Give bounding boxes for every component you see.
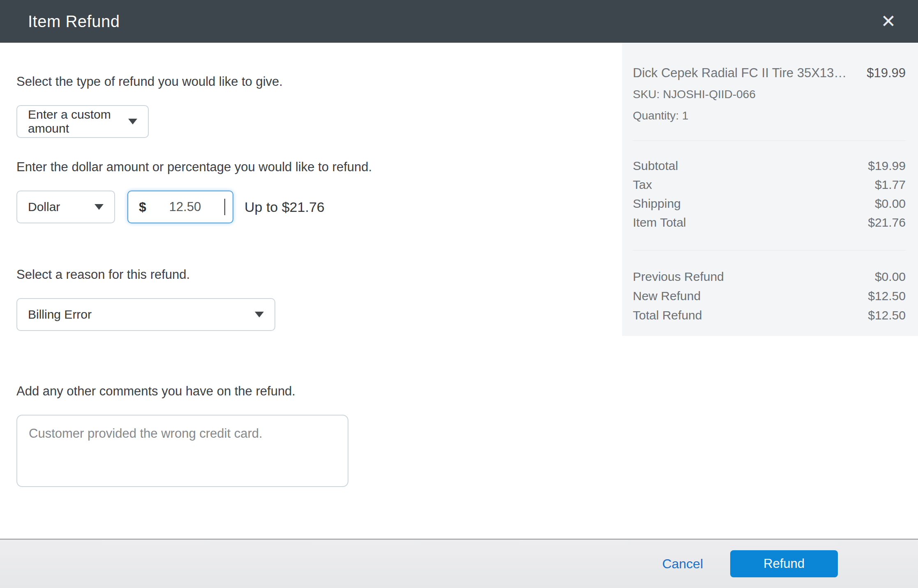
- summary-row-tax: Tax $1.77: [633, 175, 906, 194]
- product-sku: SKU: NJOSHI-QIID-066: [633, 88, 906, 101]
- row-value: $0.00: [875, 267, 906, 286]
- refund-button[interactable]: Refund: [730, 550, 838, 577]
- refund-type-value: Enter a custom amount: [28, 108, 122, 136]
- summary-row-total-refund: Total Refund $12.50: [633, 305, 906, 325]
- refund-form: Select the type of refund you would like…: [0, 43, 622, 539]
- row-value: $12.50: [868, 305, 906, 325]
- close-icon: ✕: [881, 12, 896, 30]
- item-refund-modal: Item Refund ✕ Select the type of refund …: [0, 0, 918, 588]
- page-title: Item Refund: [28, 12, 874, 31]
- row-label: Tax: [633, 175, 652, 194]
- order-summary: Dick Cepek Radial FC II Tire 35X13… $19.…: [622, 43, 918, 336]
- max-refund-hint: Up to $21.76: [244, 199, 325, 215]
- refund-type-label: Select the type of refund you would like…: [16, 74, 622, 90]
- row-label: Subtotal: [633, 156, 678, 175]
- summary-row-item-total: Item Total $21.76: [633, 213, 906, 232]
- row-value: $19.99: [868, 156, 906, 175]
- refunds-block: Previous Refund $0.00 New Refund $12.50 …: [633, 267, 906, 325]
- chevron-down-icon: [95, 204, 104, 210]
- summary-row-shipping: Shipping $0.00: [633, 194, 906, 213]
- comments-label: Add any other comments you have on the r…: [16, 384, 622, 399]
- chevron-down-icon: [255, 312, 264, 317]
- amount-row: Dollar $ Up to $21.76: [16, 191, 622, 223]
- amount-input[interactable]: [146, 200, 224, 214]
- comments-textarea[interactable]: Customer provided the wrong credit card.: [16, 415, 348, 487]
- close-button[interactable]: ✕: [874, 7, 903, 36]
- amount-unit-value: Dollar: [28, 200, 88, 214]
- row-label: Previous Refund: [633, 267, 724, 286]
- chevron-down-icon: [128, 119, 137, 124]
- cancel-button[interactable]: Cancel: [656, 552, 709, 576]
- amount-label: Enter the dollar amount or percentage yo…: [16, 159, 622, 175]
- totals-block: Subtotal $19.99 Tax $1.77 Shipping $0.00…: [633, 156, 906, 232]
- product-row: Dick Cepek Radial FC II Tire 35X13… $19.…: [633, 43, 906, 80]
- reason-label: Select a reason for this refund.: [16, 267, 622, 283]
- modal-body: Select the type of refund you would like…: [0, 43, 918, 539]
- row-label: Total Refund: [633, 305, 702, 325]
- product-quantity: Quantity: 1: [633, 109, 906, 122]
- summary-pane: Dick Cepek Radial FC II Tire 35X13… $19.…: [622, 43, 918, 539]
- divider: [633, 140, 906, 141]
- divider: [633, 250, 906, 250]
- text-cursor: [224, 199, 225, 215]
- row-label: New Refund: [633, 286, 701, 305]
- amount-input-container[interactable]: $: [127, 191, 233, 223]
- modal-header: Item Refund ✕: [0, 0, 918, 43]
- summary-row-new-refund: New Refund $12.50: [633, 286, 906, 305]
- row-value: $12.50: [868, 286, 906, 305]
- row-value: $21.76: [868, 213, 906, 232]
- summary-row-subtotal: Subtotal $19.99: [633, 156, 906, 175]
- summary-row-previous-refund: Previous Refund $0.00: [633, 267, 906, 286]
- row-value: $1.77: [875, 175, 906, 194]
- reason-select[interactable]: Billing Error: [16, 298, 275, 331]
- reason-value: Billing Error: [28, 308, 248, 322]
- row-label: Item Total: [633, 213, 686, 232]
- product-name: Dick Cepek Radial FC II Tire 35X13…: [633, 66, 846, 80]
- currency-symbol: $: [139, 200, 146, 215]
- row-label: Shipping: [633, 194, 681, 213]
- amount-unit-select[interactable]: Dollar: [16, 191, 115, 223]
- product-price: $19.99: [867, 66, 906, 80]
- row-value: $0.00: [875, 194, 906, 213]
- modal-footer: Cancel Refund: [0, 539, 918, 588]
- refund-type-select[interactable]: Enter a custom amount: [16, 105, 149, 138]
